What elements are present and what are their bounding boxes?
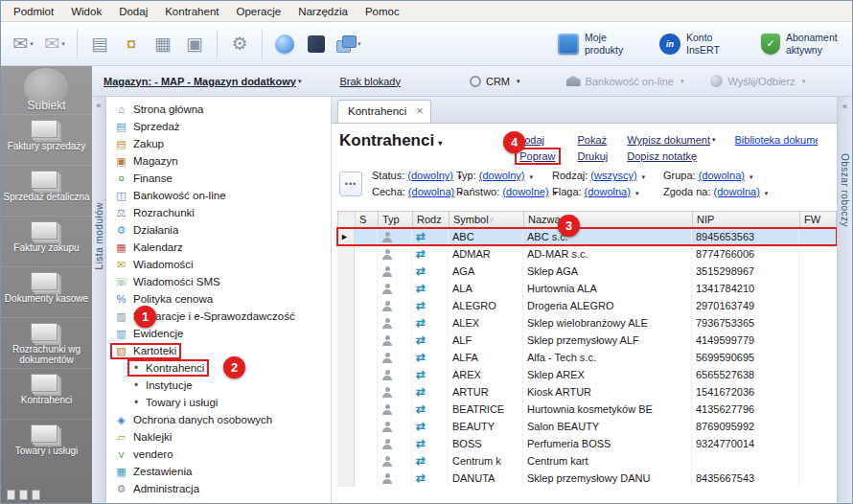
module-button[interactable]: Faktury sprzedaży (1, 114, 92, 165)
drukuj-link[interactable]: Drukuj (578, 150, 609, 162)
moje-produkty-button[interactable]: Moje produkty (553, 29, 643, 57)
views-button[interactable]: ▾ (334, 26, 364, 62)
filter-value[interactable]: (dowolna) (714, 186, 760, 197)
header-symbol[interactable]: Symbol⁄ (450, 212, 524, 227)
tree-item[interactable]: ▤ Zakup (106, 135, 331, 152)
tree-item[interactable]: • Instytucje (106, 377, 331, 394)
biblioteka-dokumentow-link[interactable]: Biblioteka dokumentów (735, 134, 818, 146)
menu-item[interactable]: Widok (62, 3, 110, 20)
row-selector-cell[interactable] (337, 263, 355, 280)
row-selector-cell[interactable] (337, 332, 355, 349)
brak-blokady-link[interactable]: Brak blokady (339, 76, 401, 87)
menu-item[interactable]: Pomoc (357, 3, 408, 20)
module-button[interactable]: Kontrahenci (1, 368, 92, 419)
menu-item[interactable]: Kontrahent (156, 3, 227, 20)
module-button[interactable]: Sprzedaż detaliczna (1, 165, 92, 216)
receive-button[interactable]: ✉▾ (40, 26, 69, 62)
filter-value[interactable]: (dowolne) (502, 186, 548, 197)
dopisz-notatke-link[interactable]: Dopisz notatkę (627, 150, 697, 162)
row-selector-cell[interactable] (337, 418, 355, 435)
popraw-link[interactable]: Popraw (519, 150, 555, 162)
magazyn-selector[interactable]: Magazyn: - MAP - Magazyn dodatkowy (104, 76, 296, 87)
table-row[interactable]: ⇄ ARTUR Kiosk ARTUR 1541672036 (337, 383, 837, 401)
tree-item[interactable]: ⚙ Działania (106, 221, 331, 239)
view-switch-icon[interactable] (19, 490, 28, 500)
filter-value[interactable]: (dowolna) (585, 186, 631, 197)
menu-item[interactable]: Narzędzia (289, 3, 357, 20)
tree-item[interactable]: ⚖ Rozrachunki (106, 204, 331, 221)
view-switch-icon[interactable] (32, 490, 40, 500)
row-selector-cell[interactable] (337, 383, 355, 401)
page-title[interactable]: Kontrahenci ▾ (339, 131, 442, 150)
menu-item[interactable]: Podmiot (5, 3, 62, 20)
wyslij-odbierz-button[interactable]: Wyślij/Odbierz ▾ (710, 75, 805, 87)
header-typ[interactable]: Typ (379, 212, 413, 227)
table-row[interactable]: ⇄ ADMAR AD-MAR s.c. 8774766006 (337, 245, 837, 263)
table-row[interactable]: ⇄ BOSS Perfumeria BOSS 9324770014 (337, 435, 837, 452)
table-row[interactable]: ⇄ Centrum k Centrum kart (337, 452, 837, 470)
table-row[interactable]: ⇄ AGA Sklep AGA 3515298967 (337, 263, 837, 280)
row-selector-cell[interactable] (337, 435, 355, 452)
table-row[interactable]: ⇄ BEATRICE Hurtownia kosmetyków BE 41356… (337, 401, 837, 418)
module-button[interactable]: Faktury zakupu (1, 216, 92, 266)
tree-item[interactable]: ▱ Naklejki (106, 428, 331, 446)
header-nip[interactable]: NIP (693, 212, 800, 227)
register-button[interactable]: ▣ (180, 26, 209, 62)
cash-button[interactable]: ¤ (117, 26, 146, 62)
tab-kontrahenci[interactable]: Kontrahenci × (337, 100, 431, 123)
tree-item[interactable]: ◈ Ochrona danych osobowych (106, 411, 331, 428)
menu-item[interactable]: Operacje (227, 3, 289, 20)
abonament-button[interactable]: Abonament aktywny (756, 29, 844, 57)
tree-item[interactable]: ▤ Sprzedaż (106, 118, 331, 135)
menu-item[interactable]: Dodaj (110, 3, 156, 20)
row-selector-cell[interactable] (337, 452, 355, 470)
row-selector-cell[interactable] (337, 280, 355, 297)
tree-item[interactable]: • Towary i usługi (106, 394, 331, 411)
close-icon[interactable]: × (416, 105, 423, 117)
row-selector-cell[interactable] (337, 314, 355, 332)
wypisz-dokument-link[interactable]: Wypisz dokument (627, 134, 710, 146)
table-row[interactable]: ⇄ ALEGRO Drogeria ALEGRO 2970163749 (337, 297, 837, 314)
tree-item[interactable]: v vendero (106, 446, 331, 463)
konto-insert-button[interactable]: Konto InsERT (655, 29, 745, 57)
filter-value[interactable]: (dowolna) (699, 170, 745, 181)
table-row[interactable]: ⇄ ALEX Sklep wielobranżowy ALE 793675336… (337, 314, 837, 332)
row-selector-cell[interactable] (337, 245, 355, 263)
crm-selector[interactable]: CRM ▾ (470, 76, 520, 87)
tree-item[interactable]: ✉ Wiadomości (106, 256, 331, 273)
warehouse-document-button[interactable]: ▦ (149, 26, 177, 62)
table-row[interactable]: ► ⇄ ABC ABC s.c. 8945653563 (337, 228, 837, 245)
table-row[interactable]: ⇄ ALA Hurtownia ALA 1341784210 (337, 280, 837, 297)
table-row[interactable]: ⇄ ALFA Alfa - Tech s.c. 5699590695 (337, 349, 837, 366)
tree-item[interactable]: ◫ Bankowość on-line (106, 187, 331, 204)
table-row[interactable]: ⇄ ALF Sklep przemysłowy ALF 4149599779 (337, 332, 837, 349)
filter-value[interactable]: (dowolny) (479, 170, 525, 181)
table-row[interactable]: ⇄ AREX Sklep AREX 6565527638 (337, 366, 837, 383)
tree-item[interactable]: ⚙ Administracja (106, 480, 331, 497)
workspace-collapse-strip[interactable]: « Obszar roboczy (837, 97, 852, 503)
row-selector-cell[interactable] (337, 470, 355, 487)
row-selector-cell[interactable] (337, 366, 355, 383)
module-cube-button[interactable] (302, 26, 331, 62)
row-selector-cell[interactable] (337, 401, 355, 418)
bankowosc-selector[interactable]: Bankowość on-line ▾ (566, 76, 684, 87)
module-button[interactable]: Rozrachunki wg dokumentów (1, 317, 92, 368)
module-button[interactable]: Dokumenty kasowe (1, 266, 92, 317)
online-services-button[interactable] (270, 26, 299, 62)
filter-value[interactable]: (wszyscy) (590, 170, 636, 181)
tree-item[interactable]: ☏ Wiadomości SMS (106, 273, 331, 290)
sales-document-button[interactable]: ▤ (85, 26, 114, 62)
row-selector-cell[interactable] (337, 349, 355, 366)
tree-item[interactable]: ▦ Kalendarz (106, 239, 331, 256)
table-row[interactable]: ⇄ DANUTA Sklep przemysłowy DANU 84356675… (337, 470, 837, 487)
tree-item[interactable]: ▧ Kartoteki (106, 342, 331, 359)
filter-value[interactable]: (dowolna) (408, 186, 454, 197)
module-list-collapse-strip[interactable]: « Lista modułów (92, 97, 106, 503)
row-selector-cell[interactable] (337, 297, 355, 314)
tree-item[interactable]: % Polityka cenowa (106, 290, 331, 308)
sidebar-footer[interactable] (1, 487, 92, 503)
send-button[interactable]: ✉▾ (9, 26, 37, 62)
filter-value[interactable]: (dowolny) (407, 170, 453, 181)
header-rodz[interactable]: Rodz (413, 212, 450, 227)
tree-item[interactable]: ▣ Magazyn (106, 152, 331, 170)
